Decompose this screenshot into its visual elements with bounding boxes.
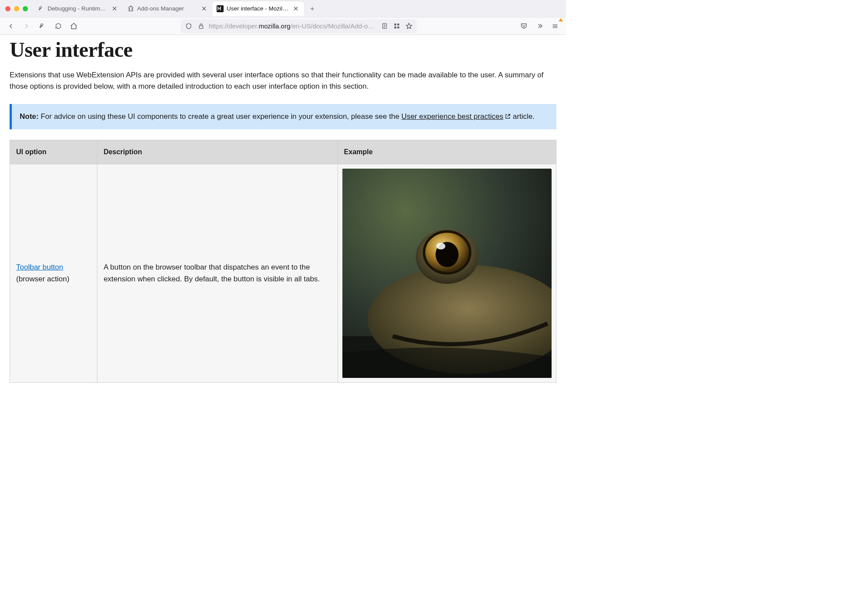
qr-icon[interactable] [392, 22, 401, 31]
reload-button[interactable] [52, 20, 65, 33]
page-title: User interface [10, 38, 556, 62]
mdn-icon [217, 5, 224, 12]
note-text-2: article. [511, 112, 535, 121]
tab-addons[interactable]: Add-ons Manager ✕ [123, 1, 212, 16]
close-icon[interactable]: ✕ [110, 5, 118, 13]
back-button[interactable] [4, 20, 17, 33]
ui-options-table: UI option Description Example Toolbar bu… [10, 140, 556, 383]
shield-icon[interactable] [184, 22, 193, 31]
th-example: Example [338, 140, 556, 164]
new-tab-button[interactable] [306, 2, 319, 15]
note-label: Note: [20, 112, 38, 121]
devtools-button[interactable] [36, 20, 49, 33]
lock-icon[interactable] [197, 22, 205, 31]
url-bar[interactable]: https://developer.mozilla.org/en-US/docs… [181, 19, 417, 33]
app-menu-button[interactable] [549, 20, 562, 33]
tab-label: Debugging - Runtime / this-firef… [48, 5, 107, 12]
overflow-icon[interactable] [533, 20, 546, 33]
url-text: https://developer.mozilla.org/en-US/docs… [209, 22, 376, 30]
intro-paragraph: Extensions that use WebExtension APIs ar… [10, 69, 556, 93]
tab-strip: Debugging - Runtime / this-firef… ✕ Add-… [0, 0, 566, 17]
example-image [342, 169, 552, 378]
nav-bar: https://developer.mozilla.org/en-US/docs… [0, 17, 566, 35]
svg-point-13 [436, 243, 445, 249]
external-link-icon [504, 113, 511, 120]
th-ui-option: UI option [10, 140, 97, 164]
th-description: Description [97, 140, 338, 164]
svg-rect-6 [397, 27, 399, 28]
url-path: /en-US/docs/Mozilla/Add-ons/WebExter [290, 22, 376, 30]
page-content: User interface Extensions that use WebEx… [0, 35, 566, 411]
bookmark-star-icon[interactable] [404, 22, 413, 31]
toolbar-button-link[interactable]: Toolbar button [16, 263, 63, 271]
close-icon[interactable]: ✕ [292, 5, 300, 13]
wrench-icon [38, 5, 45, 12]
maximize-window[interactable] [23, 6, 28, 11]
close-icon[interactable]: ✕ [200, 5, 208, 13]
note-link[interactable]: User experience best practices [401, 112, 503, 121]
close-window[interactable] [5, 6, 10, 11]
pocket-icon[interactable] [517, 20, 530, 33]
forward-button[interactable] [20, 20, 33, 33]
home-button[interactable] [67, 20, 80, 33]
svg-rect-1 [199, 26, 203, 28]
tab-mdn[interactable]: User interface - Mozilla | MDN ✕ [212, 1, 304, 16]
svg-rect-4 [397, 24, 399, 25]
tab-label: Add-ons Manager [137, 5, 197, 12]
reader-mode-icon[interactable] [380, 22, 389, 31]
svg-rect-5 [394, 27, 396, 28]
tab-debugging[interactable]: Debugging - Runtime / this-firef… ✕ [33, 1, 123, 16]
cell-description: A button on the browser toolbar that dis… [97, 164, 338, 383]
note-text-1: For advice on using these UI components … [38, 112, 401, 121]
ui-option-subtext: (browser action) [16, 275, 69, 283]
tab-label: User interface - Mozilla | MDN [227, 5, 289, 12]
minimize-window[interactable] [14, 6, 19, 11]
cell-ui-option: Toolbar button (browser action) [10, 164, 97, 383]
table-row: Toolbar button (browser action) A button… [10, 164, 556, 383]
url-host: mozilla.org [259, 22, 290, 30]
url-prefix: https://developer. [209, 22, 259, 30]
cell-example [338, 164, 556, 383]
puzzle-icon [127, 5, 134, 12]
svg-rect-3 [394, 24, 396, 25]
window-controls [3, 6, 33, 11]
note-callout: Note: For advice on using these UI compo… [10, 104, 556, 129]
